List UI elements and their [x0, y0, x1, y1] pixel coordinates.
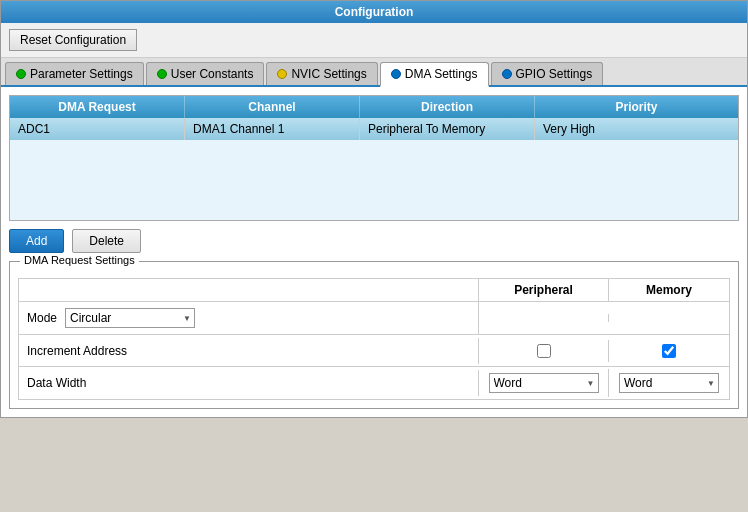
col-header-priority: Priority — [535, 96, 738, 118]
tab-dot-nvic — [277, 69, 287, 79]
mode-row: Mode Circular Normal — [19, 302, 729, 335]
cell-direction: Peripheral To Memory — [360, 118, 535, 140]
tab-label-user-constants: User Constants — [171, 67, 254, 81]
tab-gpio-settings[interactable]: GPIO Settings — [491, 62, 604, 85]
cell-priority: Very High — [535, 118, 738, 140]
dw-peripheral-select-wrapper: Byte Half Word Word — [489, 373, 599, 393]
increment-memory-cell — [609, 340, 729, 362]
dw-memory-select-wrapper: Byte Half Word Word — [619, 373, 719, 393]
dma-table: DMA Request Channel Direction Priority A… — [9, 95, 739, 221]
increment-peripheral-checkbox[interactable] — [537, 344, 551, 358]
table-empty-area — [10, 140, 738, 220]
main-window: Configuration Reset Configuration Parame… — [0, 0, 748, 418]
increment-row: Increment Address — [19, 335, 729, 367]
mode-label: Mode — [27, 311, 57, 325]
data-width-memory-cell: Byte Half Word Word — [609, 369, 729, 397]
increment-label: Increment Address — [27, 344, 127, 358]
settings-table: Peripheral Memory Mode Circular Normal — [18, 278, 730, 400]
col-header-memory: Memory — [609, 279, 729, 301]
table-row[interactable]: ADC1 DMA1 Channel 1 Peripheral To Memory… — [10, 118, 738, 140]
data-width-peripheral-cell: Byte Half Word Word — [479, 369, 609, 397]
cell-channel: DMA1 Channel 1 — [185, 118, 360, 140]
data-width-label: Data Width — [27, 376, 86, 390]
title-bar: Configuration — [1, 1, 747, 23]
header-spacer — [19, 279, 479, 301]
window-title: Configuration — [335, 5, 414, 19]
col-header-peripheral: Peripheral — [479, 279, 609, 301]
toolbar: Reset Configuration — [1, 23, 747, 58]
data-width-row: Data Width Byte Half Word Word — [19, 367, 729, 399]
delete-button[interactable]: Delete — [72, 229, 141, 253]
tab-label-gpio: GPIO Settings — [516, 67, 593, 81]
tab-parameter-settings[interactable]: Parameter Settings — [5, 62, 144, 85]
increment-label-cell: Increment Address — [19, 338, 479, 364]
add-button[interactable]: Add — [9, 229, 64, 253]
tab-dot-user-constants — [157, 69, 167, 79]
tab-dot-dma — [391, 69, 401, 79]
tab-label-nvic: NVIC Settings — [291, 67, 366, 81]
action-buttons: Add Delete — [9, 229, 739, 253]
increment-memory-checkbox[interactable] — [662, 344, 676, 358]
tabs-bar: Parameter Settings User Constants NVIC S… — [1, 58, 747, 87]
mode-memory-cell — [609, 314, 729, 322]
tab-dma-settings[interactable]: DMA Settings — [380, 62, 489, 87]
mode-label-cell: Mode Circular Normal — [19, 302, 479, 334]
increment-peripheral-cell — [479, 340, 609, 362]
tab-label-dma: DMA Settings — [405, 67, 478, 81]
table-header: DMA Request Channel Direction Priority — [10, 96, 738, 118]
main-content: DMA Request Channel Direction Priority A… — [1, 87, 747, 417]
data-width-memory-select[interactable]: Byte Half Word Word — [619, 373, 719, 393]
tab-dot-gpio — [502, 69, 512, 79]
mode-peripheral-cell — [479, 314, 609, 322]
mode-select-wrapper: Circular Normal — [65, 308, 195, 328]
tab-dot-parameter — [16, 69, 26, 79]
tab-nvic-settings[interactable]: NVIC Settings — [266, 62, 377, 85]
col-header-dma-request: DMA Request — [10, 96, 185, 118]
data-width-peripheral-select[interactable]: Byte Half Word Word — [489, 373, 599, 393]
group-legend: DMA Request Settings — [20, 254, 139, 266]
col-header-direction: Direction — [360, 96, 535, 118]
data-width-label-cell: Data Width — [19, 370, 479, 396]
tab-user-constants[interactable]: User Constants — [146, 62, 265, 85]
cell-dma-request: ADC1 — [10, 118, 185, 140]
dma-request-settings-group: DMA Request Settings Peripheral Memory M… — [9, 261, 739, 409]
col-header-channel: Channel — [185, 96, 360, 118]
tab-label-parameter: Parameter Settings — [30, 67, 133, 81]
reset-configuration-button[interactable]: Reset Configuration — [9, 29, 137, 51]
settings-header-row: Peripheral Memory — [19, 279, 729, 302]
mode-select[interactable]: Circular Normal — [65, 308, 195, 328]
